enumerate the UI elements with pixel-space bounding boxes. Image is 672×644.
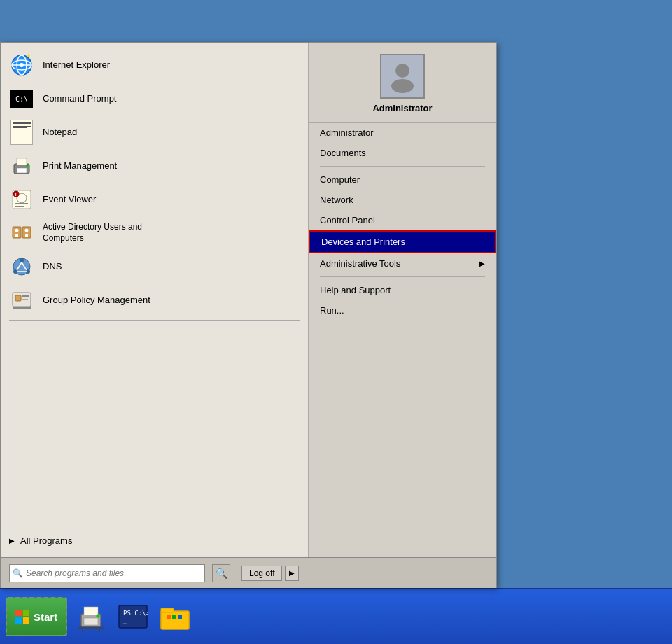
menu-item-dns[interactable]: DNS (1, 250, 308, 284)
ie-label: Internet Explorer (43, 59, 110, 71)
start-menu-body: Internet Explorer C:\ Command Prompt (1, 43, 496, 557)
right-item-run[interactable]: Run... (309, 300, 496, 321)
svg-point-18 (15, 229, 19, 232)
cmd-label: Command Prompt (43, 93, 116, 105)
search-icon: 🔍 (13, 568, 23, 578)
menu-item-internet-explorer[interactable]: Internet Explorer (1, 48, 308, 82)
start-menu-bottom: 🔍 🔍 Log off ▶ (1, 557, 496, 588)
right-item-devices-printers[interactable]: Devices and Printers (309, 230, 496, 253)
taskbar-icon-terminal[interactable]: PS C:\> _ (115, 598, 151, 635)
menu-item-notepad[interactable]: Notepad (1, 115, 308, 149)
logoff-arrow-icon: ▶ (289, 569, 295, 577)
gpo-icon (9, 288, 34, 313)
right-panel: Administrator Administrator Documents Co… (309, 43, 496, 557)
search-input[interactable] (26, 568, 202, 578)
all-programs-item[interactable]: ▶ All Programs (1, 530, 308, 552)
menu-item-event-viewer[interactable]: ! Event Viewer (1, 183, 308, 216)
right-item-network[interactable]: Network (309, 190, 496, 210)
user-avatar (380, 54, 425, 99)
admin-tools-arrow-icon: ▶ (479, 260, 485, 267)
menu-item-active-directory[interactable]: Active Directory Users and Computers (1, 216, 308, 250)
right-item-help-support[interactable]: Help and Support (309, 280, 496, 300)
ad-label: Active Directory Users and Computers (43, 222, 142, 244)
svg-point-35 (396, 64, 410, 78)
svg-rect-30 (15, 295, 21, 301)
svg-rect-55 (178, 615, 182, 620)
search-box: 🔍 (9, 564, 205, 582)
right-item-administrator[interactable]: Administrator (309, 122, 496, 143)
ie-icon (9, 52, 34, 78)
svg-rect-21 (25, 234, 28, 237)
taskbar-icon-printer[interactable] (73, 598, 109, 635)
svg-rect-54 (172, 615, 176, 620)
right-item-documents[interactable]: Documents (309, 143, 496, 163)
right-sep-1 (320, 166, 485, 167)
left-panel: Internet Explorer C:\ Command Prompt (1, 43, 309, 557)
svg-rect-51 (161, 611, 189, 629)
svg-rect-40 (23, 617, 29, 624)
user-section: Administrator (309, 43, 496, 122)
right-item-computer[interactable]: Computer (309, 169, 496, 190)
svg-point-44 (97, 615, 100, 618)
notepad-icon (9, 120, 34, 145)
event-label: Event Viewer (43, 194, 96, 206)
right-item-control-panel[interactable]: Control Panel (309, 210, 496, 230)
svg-rect-39 (15, 617, 22, 624)
search-btn-icon: 🔍 (216, 568, 227, 579)
menu-item-group-policy[interactable]: Group Policy Management (1, 284, 308, 317)
svg-rect-33 (13, 307, 31, 309)
svg-rect-15 (15, 206, 24, 207)
svg-rect-7 (17, 168, 27, 173)
help-support-label: Help and Support (320, 285, 391, 295)
print-icon (9, 153, 34, 178)
run-label: Run... (320, 305, 344, 316)
desktop: Internet Explorer C:\ Command Prompt (0, 0, 672, 588)
all-programs-label: All Programs (20, 536, 72, 546)
svg-rect-14 (15, 203, 28, 204)
dns-label: DNS (43, 261, 62, 273)
start-button[interactable]: Start (6, 597, 67, 636)
control-panel-label: Control Panel (320, 215, 375, 225)
search-button[interactable]: 🔍 (212, 564, 230, 582)
start-label: Start (34, 611, 57, 623)
logoff-button[interactable]: Log off (241, 566, 282, 581)
svg-text:!: ! (15, 192, 17, 197)
svg-rect-37 (15, 610, 22, 616)
start-menu: Internet Explorer C:\ Command Prompt (0, 42, 497, 588)
logoff-arrow-button[interactable]: ▶ (285, 566, 299, 581)
dns-icon (9, 254, 34, 279)
right-sep-2 (320, 276, 485, 277)
svg-rect-42 (84, 618, 98, 625)
svg-rect-52 (161, 608, 174, 612)
svg-point-9 (26, 164, 29, 167)
svg-rect-38 (23, 610, 29, 616)
svg-rect-43 (84, 607, 98, 615)
svg-point-36 (391, 79, 414, 93)
username-label: Administrator (372, 103, 432, 113)
taskbar-icon-folder[interactable] (157, 598, 193, 635)
devices-printers-label: Devices and Printers (321, 237, 405, 247)
admin-tools-label: Administrative Tools (320, 258, 400, 269)
svg-text:_: _ (123, 617, 127, 624)
taskbar: Start PS C:\> _ (0, 588, 672, 644)
svg-rect-31 (22, 295, 29, 298)
right-item-admin-tools[interactable]: Administrative Tools ▶ (309, 253, 496, 274)
print-label: Print Management (43, 160, 117, 172)
event-icon: ! (9, 187, 34, 212)
svg-rect-32 (22, 299, 28, 300)
svg-text:PS C:\>: PS C:\> (123, 610, 148, 617)
svg-rect-48 (119, 606, 147, 628)
svg-rect-53 (167, 615, 171, 620)
network-label: Network (320, 195, 354, 205)
logoff-label: Log off (249, 568, 274, 578)
cmd-icon: C:\ (9, 86, 34, 111)
menu-item-command-prompt[interactable]: C:\ Command Prompt (1, 82, 308, 115)
gpo-label: Group Policy Management (43, 295, 150, 307)
notepad-label: Notepad (43, 127, 77, 139)
all-programs-arrow: ▶ (9, 537, 15, 545)
computer-label: Computer (320, 174, 360, 185)
svg-point-4 (20, 63, 24, 67)
menu-item-print-management[interactable]: Print Management (1, 149, 308, 183)
ad-icon (9, 220, 34, 246)
logoff-section: Log off ▶ (241, 566, 299, 581)
